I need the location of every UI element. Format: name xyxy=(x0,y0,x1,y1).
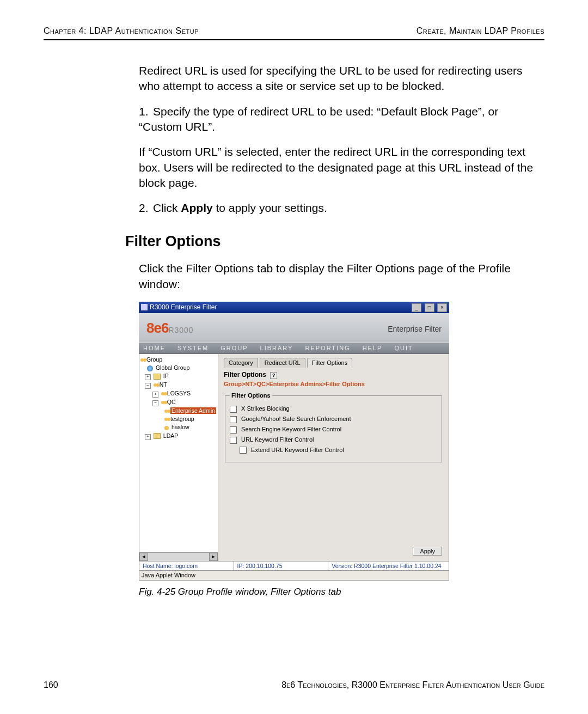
running-head-right: Create, Maintain LDAP Profiles xyxy=(416,26,544,36)
checkbox-icon[interactable] xyxy=(230,416,237,423)
tree-ip-label: IP xyxy=(163,373,169,379)
step-1-note: If “Custom URL” is selected, enter the r… xyxy=(139,144,544,191)
menu-home[interactable]: HOME xyxy=(143,344,166,352)
app-icon xyxy=(141,304,148,310)
window-titlebar[interactable]: R3000 Enterprise Filter _ □ × xyxy=(139,302,449,313)
running-head-left: Chapter 4: LDAP Authentication Setup xyxy=(44,26,199,36)
tree-root-label: Group xyxy=(146,356,162,363)
footer: 160 8e6 Technologies, R3000 Enterprise F… xyxy=(44,680,544,690)
tree-enterprise-admin[interactable]: Enterprise Admin xyxy=(140,407,217,415)
pane-title: Filter Options ? xyxy=(224,370,443,379)
checkbox-url-keyword[interactable]: URL Keyword Filter Control xyxy=(230,436,437,444)
menu-quit[interactable]: QUIT xyxy=(394,344,413,352)
menubar: HOME SYSTEM GROUP LIBRARY REPORTING HELP… xyxy=(139,343,449,354)
group-icon xyxy=(164,410,168,413)
checkbox-safe-search[interactable]: Google/Yahoo! Safe Search Enforcement xyxy=(230,415,437,423)
checkbox-label: X Strikes Blocking xyxy=(241,405,290,412)
tree-ip[interactable]: + IP xyxy=(140,372,217,381)
pane-title-text: Filter Options xyxy=(224,371,266,379)
step-2: 2.Click Apply to apply your settings. xyxy=(139,200,544,216)
tree-haslow[interactable]: haslow xyxy=(140,423,217,431)
section-heading-filter-options: Filter Options xyxy=(125,231,544,251)
tree-scrollbar[interactable]: ◄ ► xyxy=(139,552,218,561)
menu-group[interactable]: GROUP xyxy=(220,344,248,352)
step-2-pre: Click xyxy=(153,202,181,214)
group-icon xyxy=(161,401,164,404)
user-icon xyxy=(164,426,169,430)
logo-sub: R3000 xyxy=(168,326,193,334)
checkbox-extend-url-keyword[interactable]: Extend URL Keyword Filter Control xyxy=(240,446,437,454)
tab-category[interactable]: Category xyxy=(224,358,258,368)
figure-app-window: R3000 Enterprise Filter _ □ × 8e6R3000 E… xyxy=(139,302,449,581)
tree-global-label: Global Group xyxy=(156,364,189,371)
step-1-text: Specify the type of redirect URL to be u… xyxy=(139,105,498,133)
scroll-right-icon[interactable]: ► xyxy=(209,553,218,561)
content-pane: Category Redirect URL Filter Options Fil… xyxy=(218,354,449,561)
expander-icon[interactable]: − xyxy=(145,383,151,389)
tree-testgroup-label: testgroup xyxy=(170,416,194,422)
step-1-number: 1. xyxy=(139,104,153,119)
status-version: Version: R3000 Enterprise Filter 1.10.00… xyxy=(328,562,449,570)
globe-icon xyxy=(147,365,153,371)
tree-logsys[interactable]: + LOGSYS xyxy=(140,389,217,398)
tree-global-group[interactable]: Global Group xyxy=(140,364,217,372)
group-icon xyxy=(140,358,144,362)
tree-root[interactable]: Group xyxy=(140,356,217,364)
tree-nt-label: NT xyxy=(160,381,167,388)
checkbox-x-strikes[interactable]: X Strikes Blocking xyxy=(230,405,437,413)
expander-icon[interactable]: − xyxy=(152,400,158,406)
checkbox-icon[interactable] xyxy=(240,447,247,454)
menu-system[interactable]: SYSTEM xyxy=(177,344,209,352)
checkbox-icon[interactable] xyxy=(230,437,237,444)
tree-qc-label: QC xyxy=(167,399,176,405)
expander-icon[interactable]: + xyxy=(145,374,151,380)
menu-reporting[interactable]: REPORTING xyxy=(305,344,350,352)
folder-icon xyxy=(154,433,161,439)
apply-button[interactable]: Apply xyxy=(413,547,442,556)
expander-icon[interactable]: + xyxy=(152,392,158,398)
checkbox-label: Google/Yahoo! Safe Search Enforcement xyxy=(241,416,351,422)
banner: 8e6R3000 Enterprise Filter xyxy=(139,313,449,343)
step-2-number: 2. xyxy=(139,200,153,216)
step-2-post: to apply your settings. xyxy=(213,202,327,214)
checkbox-label: Extend URL Keyword Filter Control xyxy=(251,447,344,453)
checkbox-label: Search Engine Keyword Filter Control xyxy=(241,426,341,432)
breadcrumb: Group>NT>QC>Enterprise Admins>Filter Opt… xyxy=(224,380,443,388)
tabs: Category Redirect URL Filter Options xyxy=(224,357,443,367)
status-bar: Host Name: logo.com IP: 200.10.100.75 Ve… xyxy=(139,562,449,571)
body-content: Redirect URL is used for specifying the … xyxy=(139,63,544,599)
running-head: Chapter 4: LDAP Authentication Setup Cre… xyxy=(44,26,544,40)
checkbox-icon[interactable] xyxy=(230,426,237,434)
menu-help[interactable]: HELP xyxy=(363,344,383,352)
tab-redirect-url[interactable]: Redirect URL xyxy=(260,358,305,368)
step-2-bold: Apply xyxy=(181,202,212,214)
step-1: 1.Specify the type of redirect URL to be… xyxy=(139,104,544,135)
checkbox-icon[interactable] xyxy=(230,406,237,413)
tree-testgroup[interactable]: testgroup xyxy=(140,415,217,423)
window-buttons: _ □ × xyxy=(411,303,447,312)
minimize-button[interactable]: _ xyxy=(412,303,421,312)
tree-panel[interactable]: Group Global Group + IP − NT xyxy=(139,354,218,561)
group-icon xyxy=(154,383,157,387)
filter-options-fieldset: Filter Options X Strikes Blocking Google… xyxy=(225,392,442,462)
scroll-left-icon[interactable]: ◄ xyxy=(139,553,148,561)
footer-right: 8e6 Technologies, R3000 Enterprise Filte… xyxy=(281,680,544,690)
logo: 8e6R3000 xyxy=(146,320,194,336)
workarea: Group Global Group + IP − NT xyxy=(139,354,449,562)
menu-library[interactable]: LIBRARY xyxy=(260,344,293,352)
close-button[interactable]: × xyxy=(437,303,447,312)
group-icon xyxy=(161,392,164,395)
maximize-button[interactable]: □ xyxy=(425,303,434,312)
expander-icon[interactable]: + xyxy=(145,434,151,440)
tree-ldap[interactable]: + LDAP xyxy=(140,432,217,441)
tree-logsys-label: LOGSYS xyxy=(167,390,191,396)
help-icon[interactable]: ? xyxy=(270,372,277,379)
tree-qc[interactable]: − QC xyxy=(140,398,217,407)
checkbox-se-keyword[interactable]: Search Engine Keyword Filter Control xyxy=(230,425,437,434)
status-ip: IP: 200.10.100.75 xyxy=(234,562,329,570)
page: Chapter 4: LDAP Authentication Setup Cre… xyxy=(0,0,588,714)
tree-enterprise-admin-label: Enterprise Admin xyxy=(170,407,216,414)
tree-nt[interactable]: − NT xyxy=(140,381,217,389)
tab-filter-options[interactable]: Filter Options xyxy=(307,358,352,368)
group-icon xyxy=(164,418,168,421)
